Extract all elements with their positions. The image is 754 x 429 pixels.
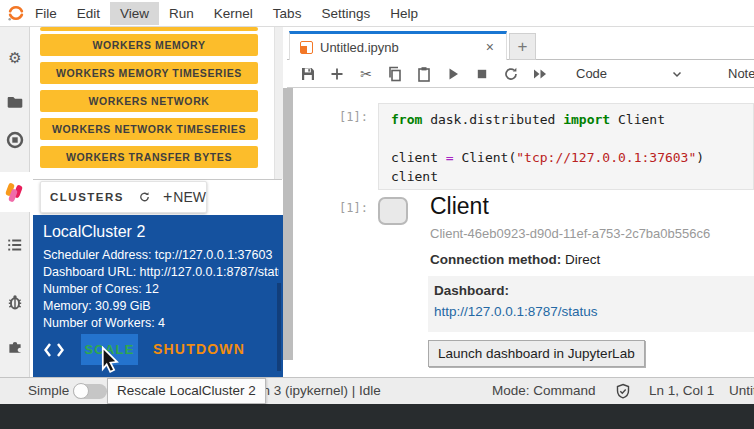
close-icon[interactable]: × — [486, 39, 494, 55]
command-mode-indicator[interactable]: Mode: Command — [492, 383, 596, 398]
clusters-toolbar: CLUSTERS + NEW — [40, 181, 207, 213]
menu-view[interactable]: View — [110, 2, 159, 25]
clusters-title: CLUSTERS — [50, 191, 124, 203]
dashboard-label: Dashboard: — [434, 283, 509, 298]
workers-memory-button[interactable]: WORKERS MEMORY — [40, 34, 258, 56]
toolbar-right-label: Notebook — [728, 60, 754, 88]
jupyter-logo-icon — [7, 4, 25, 22]
menu-kernel[interactable]: Kernel — [204, 2, 263, 25]
new-cluster-label: NEW — [173, 189, 206, 205]
cluster-workers: Number of Workers: 4 — [43, 316, 279, 330]
scale-tooltip: Rescale LocalCluster 2 — [107, 378, 266, 404]
notebook-file-icon — [300, 41, 313, 54]
run-icon[interactable] — [445, 66, 461, 82]
client-repr-expand-button[interactable] — [378, 197, 408, 225]
extension-manager-puzzle-icon[interactable] — [6, 337, 24, 355]
cut-icon[interactable]: ✂ — [358, 66, 374, 82]
cluster-memory: Memory: 30.99 GiB — [43, 299, 279, 313]
new-cluster-button[interactable]: + NEW — [163, 188, 206, 206]
cluster-card[interactable]: LocalCluster 2 Scheduler Address: tcp://… — [33, 215, 283, 377]
paste-icon[interactable] — [416, 66, 432, 82]
client-uuid: Client-46eb0923-d90d-11ef-a753-2c7ba0b55… — [430, 226, 710, 241]
save-icon[interactable] — [300, 66, 316, 82]
code-editor[interactable]: from dask.distributed import Client clie… — [391, 110, 704, 186]
dashboard-row: Dashboard: http://127.0.0.1:8787/status — [428, 276, 754, 332]
menu-edit[interactable]: Edit — [67, 2, 110, 25]
tab-untitled-ipynb[interactable]: Untitled.ipynb × — [289, 31, 507, 60]
code-brackets-icon[interactable] — [43, 342, 65, 358]
bottom-dark-strip — [0, 404, 754, 429]
shield-check-icon — [615, 383, 631, 400]
cluster-scheduler-address: Scheduler Address: tcp://127.0.0.1:37603 — [43, 248, 279, 262]
menu-run[interactable]: Run — [159, 2, 204, 25]
menu-file[interactable]: File — [25, 2, 67, 25]
dask-icon[interactable] — [6, 183, 24, 201]
add-tab-button[interactable]: + — [509, 33, 536, 60]
document-name: Untitled.ipynb — [729, 383, 754, 398]
divider — [33, 179, 282, 180]
copy-icon[interactable] — [387, 66, 403, 82]
menu-settings[interactable]: Settings — [311, 2, 380, 25]
menubar: File Edit View Run Kernel Tabs Settings … — [0, 0, 754, 27]
mouse-cursor-icon — [97, 346, 121, 374]
stop-icon[interactable] — [474, 66, 490, 82]
cluster-name: LocalCluster 2 — [43, 223, 145, 241]
plus-icon: + — [163, 188, 172, 206]
chevron-down-icon[interactable] — [671, 68, 683, 80]
workers-network-timeseries-button[interactable]: WORKERS NETWORK TIMESERIES — [40, 118, 258, 140]
simple-mode-toggle[interactable] — [73, 384, 107, 399]
restart-kernel-icon[interactable] — [503, 66, 519, 82]
panel-divider[interactable] — [283, 88, 293, 360]
notebook-toolbar: ✂ Code Notebook — [287, 60, 754, 88]
connection-method-label: Connection method: — [430, 252, 561, 267]
dask-dashboard-button-partial[interactable] — [40, 27, 258, 31]
table-of-contents-icon[interactable] — [6, 236, 24, 254]
activity-sidebar: ⚙ — [0, 27, 30, 377]
shutdown-button[interactable]: SHUTDOWN — [153, 334, 245, 365]
add-cell-icon[interactable] — [329, 66, 345, 82]
menu-help[interactable]: Help — [380, 2, 428, 25]
launch-dashboard-button[interactable]: Launch dashboard in JupyterLab — [428, 340, 645, 367]
tab-title: Untitled.ipynb — [320, 40, 486, 55]
workers-network-button[interactable]: WORKERS NETWORK — [40, 90, 258, 112]
client-title: Client — [430, 193, 489, 220]
simple-mode-label: Simple — [28, 383, 69, 398]
menu-tabs[interactable]: Tabs — [263, 2, 312, 25]
input-prompt: [1]: — [298, 110, 368, 124]
dask-panel-scrollbar[interactable] — [274, 27, 283, 179]
toggle-knob — [73, 383, 89, 399]
refresh-icon[interactable] — [138, 189, 151, 205]
property-inspector-icon[interactable]: ⚙ — [6, 49, 24, 67]
workers-memory-timeseries-button[interactable]: WORKERS MEMORY TIMESERIES — [40, 62, 258, 84]
connection-method-row: Connection method: Direct — [430, 252, 600, 267]
run-all-icon[interactable] — [532, 66, 548, 82]
cluster-dashboard-url: Dashboard URL: http://127.0.0.1:8787/sta… — [43, 265, 279, 279]
debugger-bug-icon[interactable] — [6, 293, 24, 311]
tab-bar: Untitled.ipynb × + — [287, 27, 754, 60]
dask-panel: WORKERS MEMORY WORKERS MEMORY TIMESERIES… — [30, 27, 283, 377]
dashboard-link[interactable]: http://127.0.0.1:8787/status — [434, 304, 598, 319]
running-kernels-icon[interactable] — [6, 131, 24, 149]
file-browser-folder-icon[interactable] — [6, 93, 24, 111]
output-prompt: [1]: — [298, 201, 368, 215]
code-cell[interactable]: from dask.distributed import Client clie… — [378, 103, 754, 190]
cell-type-dropdown[interactable]: Code — [576, 66, 607, 81]
cluster-cores: Number of Cores: 12 — [43, 282, 279, 296]
cluster-card-scrollbar-thumb[interactable] — [277, 283, 281, 371]
workers-transfer-bytes-button[interactable]: WORKERS TRANSFER BYTES — [40, 146, 258, 168]
cursor-position[interactable]: Ln 1, Col 1 — [649, 383, 714, 398]
connection-method-value: Direct — [561, 252, 600, 267]
